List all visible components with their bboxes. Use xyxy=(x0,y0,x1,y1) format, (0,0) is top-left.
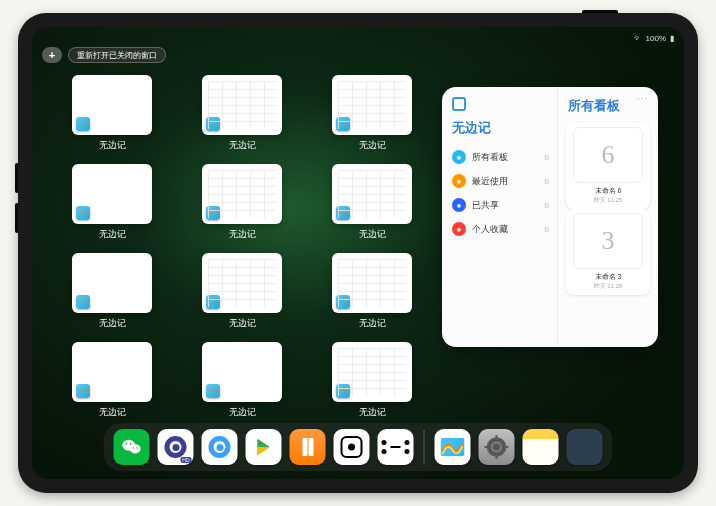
thumbnail-label: 无边记 xyxy=(229,228,256,241)
thumbnail-label: 无边记 xyxy=(359,228,386,241)
freeform-app-icon: 〰 xyxy=(336,384,350,398)
window-thumbnail[interactable]: 〰 无边记 xyxy=(322,253,422,330)
freeform-app-icon: 〰 xyxy=(76,206,90,220)
thumbnail-preview: 〰 xyxy=(202,75,282,135)
board-card[interactable]: 6 未命名 6 昨天 11:25 xyxy=(566,123,650,209)
freeform-app-icon: 〰 xyxy=(76,295,90,309)
freeform-app-icon: 〰 xyxy=(206,295,220,309)
board-timestamp: 昨天 11:25 xyxy=(594,196,623,205)
thumbnail-preview: 〰 xyxy=(332,75,412,135)
popover-title: 无边记 xyxy=(442,113,557,145)
dock: HD xyxy=(104,423,613,471)
sidebar-item-count: 0 xyxy=(545,153,549,162)
dock-app-quark[interactable] xyxy=(202,429,238,465)
board-card[interactable]: 3 未命名 3 昨天 11:20 xyxy=(566,209,650,295)
ipad-frame: ᯤ 100% ▮ + 重新打开已关闭的窗口 〰 无边记 〰 无边记 〰 无边记 … xyxy=(18,13,698,493)
sidebar-popover: ··· 无边记 ●所有看板0●最近使用0●已共享0●个人收藏0 所有看板 6 未… xyxy=(442,87,658,347)
sidebar-item-label: 已共享 xyxy=(472,199,499,212)
thumbnail-label: 无边记 xyxy=(229,406,256,419)
window-thumbnails-grid: 〰 无边记 〰 无边记 〰 无边记 〰 无边记 〰 无边记 〰 无边记 〰 无边… xyxy=(62,75,422,419)
board-name: 未命名 3 xyxy=(595,272,622,282)
status-bar: ᯤ 100% ▮ xyxy=(32,31,684,45)
battery-icon: ▮ xyxy=(670,34,674,43)
more-icon[interactable]: ··· xyxy=(637,93,648,104)
dock-app-books[interactable] xyxy=(290,429,326,465)
window-thumbnail[interactable]: 〰 无边记 xyxy=(62,253,162,330)
svg-rect-12 xyxy=(505,446,508,448)
dock-app-freeform[interactable] xyxy=(435,429,471,465)
freeform-app-icon: 〰 xyxy=(76,384,90,398)
battery-percent: 100% xyxy=(646,34,666,43)
sidebar-item-count: 0 xyxy=(545,201,549,210)
category-icon: ● xyxy=(452,174,466,188)
thumbnail-preview: 〰 xyxy=(72,164,152,224)
thumbnail-label: 无边记 xyxy=(99,139,126,152)
dock-app-settings[interactable] xyxy=(479,429,515,465)
thumbnail-preview: 〰 xyxy=(202,164,282,224)
freeform-app-icon: 〰 xyxy=(336,295,350,309)
reopen-closed-window-button[interactable]: 重新打开已关闭的窗口 xyxy=(68,47,166,63)
sidebar-toggle-icon[interactable] xyxy=(452,97,466,111)
volume-down-button[interactable] xyxy=(15,203,18,233)
board-preview: 3 xyxy=(573,213,643,269)
window-thumbnail[interactable]: 〰 无边记 xyxy=(192,342,292,419)
window-thumbnail[interactable]: 〰 无边记 xyxy=(192,75,292,152)
thumbnail-preview: 〰 xyxy=(332,342,412,402)
dock-separator xyxy=(424,430,425,464)
thumbnail-preview: 〰 xyxy=(202,342,282,402)
svg-point-3 xyxy=(130,443,132,445)
window-thumbnail[interactable]: 〰 无边记 xyxy=(62,164,162,241)
thumbnail-label: 无边记 xyxy=(229,139,256,152)
freeform-app-icon: 〰 xyxy=(206,206,220,220)
dock-app-play-store[interactable] xyxy=(246,429,282,465)
thumbnail-preview: 〰 xyxy=(202,253,282,313)
freeform-app-icon: 〰 xyxy=(336,206,350,220)
svg-point-5 xyxy=(136,447,137,448)
popover-content: 所有看板 6 未命名 6 昨天 11:253 未命名 3 昨天 11:20 xyxy=(558,87,658,347)
window-thumbnail[interactable]: 〰 无边记 xyxy=(62,342,162,419)
freeform-app-icon: 〰 xyxy=(206,384,220,398)
screen: ᯤ 100% ▮ + 重新打开已关闭的窗口 〰 无边记 〰 无边记 〰 无边记 … xyxy=(32,27,684,479)
svg-rect-9 xyxy=(495,435,497,438)
freeform-app-icon: 〰 xyxy=(336,117,350,131)
dock-app-game[interactable] xyxy=(334,429,370,465)
sidebar-item[interactable]: ●最近使用0 xyxy=(442,169,557,193)
dock-app-wechat[interactable] xyxy=(114,429,150,465)
power-button[interactable] xyxy=(582,10,618,13)
sidebar-item[interactable]: ●所有看板0 xyxy=(442,145,557,169)
window-thumbnail[interactable]: 〰 无边记 xyxy=(322,342,422,419)
sidebar-item[interactable]: ●已共享0 xyxy=(442,193,557,217)
thumbnail-preview: 〰 xyxy=(72,253,152,313)
new-window-button[interactable]: + xyxy=(42,47,62,63)
volume-up-button[interactable] xyxy=(15,163,18,193)
window-thumbnail[interactable]: 〰 无边记 xyxy=(322,164,422,241)
category-icon: ● xyxy=(452,150,466,164)
sidebar-item-count: 0 xyxy=(545,225,549,234)
freeform-app-icon: 〰 xyxy=(76,117,90,131)
dock-app-connect[interactable] xyxy=(378,429,414,465)
freeform-app-icon: 〰 xyxy=(206,117,220,131)
window-thumbnail[interactable]: 〰 无边记 xyxy=(62,75,162,152)
board-preview: 6 xyxy=(573,127,643,183)
thumbnail-label: 无边记 xyxy=(99,317,126,330)
sidebar-item-count: 0 xyxy=(545,177,549,186)
dock-app-quark-hd[interactable]: HD xyxy=(158,429,194,465)
thumbnail-preview: 〰 xyxy=(72,342,152,402)
dock-app-library[interactable] xyxy=(567,429,603,465)
category-icon: ● xyxy=(452,222,466,236)
dock-app-notes[interactable] xyxy=(523,429,559,465)
sidebar-item-label: 最近使用 xyxy=(472,175,508,188)
popover-sidebar: 无边记 ●所有看板0●最近使用0●已共享0●个人收藏0 xyxy=(442,87,558,347)
sidebar-item[interactable]: ●个人收藏0 xyxy=(442,217,557,241)
window-thumbnail[interactable]: 〰 无边记 xyxy=(322,75,422,152)
window-thumbnail[interactable]: 〰 无边记 xyxy=(192,164,292,241)
category-icon: ● xyxy=(452,198,466,212)
board-name: 未命名 6 xyxy=(595,186,622,196)
sidebar-item-label: 个人收藏 xyxy=(472,223,508,236)
thumbnail-label: 无边记 xyxy=(359,406,386,419)
svg-point-1 xyxy=(130,444,141,453)
svg-point-2 xyxy=(126,443,128,445)
thumbnail-label: 无边记 xyxy=(359,139,386,152)
window-thumbnail[interactable]: 〰 无边记 xyxy=(192,253,292,330)
thumbnail-label: 无边记 xyxy=(229,317,256,330)
